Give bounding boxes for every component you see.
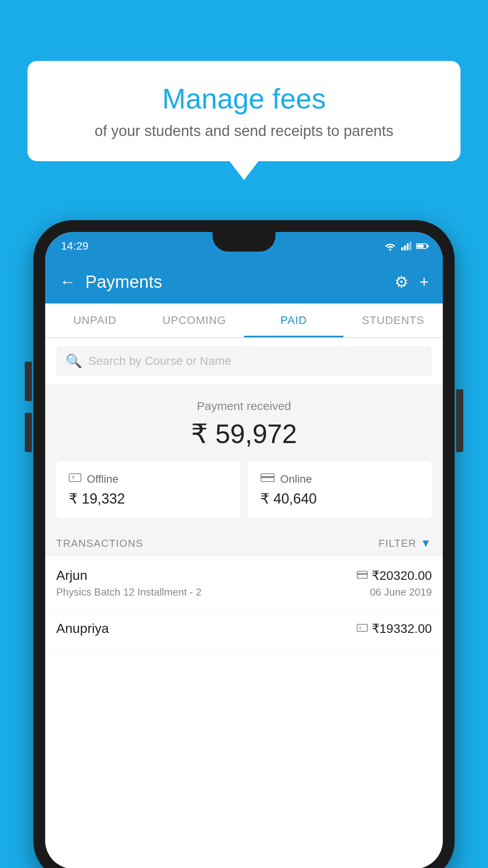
svg-text:₹: ₹ bbox=[72, 475, 75, 481]
side-btn-volume-down bbox=[25, 413, 32, 452]
svg-rect-1 bbox=[69, 474, 81, 482]
svg-rect-4 bbox=[261, 476, 274, 478]
online-label: Online bbox=[280, 473, 312, 485]
tab-upcoming[interactable]: UPCOMING bbox=[145, 303, 244, 337]
tab-students[interactable]: STUDENTS bbox=[343, 303, 443, 337]
payment-received-label: Payment received bbox=[45, 399, 443, 413]
payment-cards-row: ₹ Offline ₹ 19,332 Online bbox=[45, 461, 443, 530]
search-icon: 🔍 bbox=[66, 353, 82, 369]
tab-unpaid[interactable]: UNPAID bbox=[45, 303, 145, 337]
search-container: 🔍 Search by Course or Name bbox=[45, 338, 443, 384]
app-bar-icons: ⚙ + bbox=[394, 273, 429, 291]
transaction-amount-row-1: ₹20320.00 bbox=[357, 568, 432, 583]
transaction-amount-1: ₹20320.00 bbox=[372, 568, 432, 583]
transaction-amount-2: ₹19332.00 bbox=[372, 621, 432, 636]
online-amount: ₹ 40,640 bbox=[261, 491, 419, 507]
transaction-offline-icon-2: ₹ bbox=[357, 622, 368, 635]
transactions-label: TRANSACTIONS bbox=[56, 537, 143, 550]
phone-frame: 14:29 bbox=[33, 220, 455, 868]
status-time: 14:29 bbox=[61, 240, 88, 252]
transaction-online-icon-1 bbox=[357, 569, 368, 582]
side-btn-volume-up bbox=[25, 362, 32, 401]
bubble-title: Manage fees bbox=[51, 83, 437, 115]
online-card: Online ₹ 40,640 bbox=[248, 461, 432, 518]
transaction-date-1: 06 June 2019 bbox=[370, 586, 432, 598]
transaction-desc-1: Physics Batch 12 Installment - 2 bbox=[56, 586, 202, 598]
status-bar: 14:29 bbox=[45, 232, 443, 260]
payment-summary: Payment received ₹ 59,972 bbox=[45, 384, 443, 461]
add-button[interactable]: + bbox=[420, 273, 429, 291]
online-payment-icon bbox=[261, 472, 275, 486]
speech-bubble: Manage fees of your students and send re… bbox=[28, 61, 460, 161]
settings-button[interactable]: ⚙ bbox=[394, 273, 409, 291]
signal-icon bbox=[401, 242, 411, 250]
transactions-header: TRANSACTIONS FILTER ▼ bbox=[45, 530, 443, 557]
side-btn-power bbox=[456, 389, 463, 452]
offline-amount: ₹ 19,332 bbox=[69, 491, 227, 507]
offline-card: ₹ Offline ₹ 19,332 bbox=[56, 461, 240, 518]
search-bar[interactable]: 🔍 Search by Course or Name bbox=[56, 346, 432, 376]
svg-text:₹: ₹ bbox=[359, 626, 361, 631]
status-icons bbox=[384, 241, 427, 251]
transaction-top-1: Arjun ₹20320.00 bbox=[56, 568, 432, 583]
transaction-bottom-1: Physics Batch 12 Installment - 2 06 June… bbox=[56, 586, 432, 598]
tabs: UNPAID UPCOMING PAID STUDENTS bbox=[45, 303, 443, 338]
battery-icon bbox=[416, 243, 427, 249]
phone-notch bbox=[213, 232, 275, 252]
filter-label: FILTER bbox=[378, 537, 416, 550]
speech-bubble-container: Manage fees of your students and send re… bbox=[28, 61, 460, 161]
back-button[interactable]: ← bbox=[59, 272, 76, 291]
transaction-name-2: Anupriya bbox=[56, 621, 109, 636]
filter-button[interactable]: FILTER ▼ bbox=[378, 537, 432, 550]
svg-point-0 bbox=[389, 249, 391, 251]
filter-icon: ▼ bbox=[420, 537, 432, 550]
phone-screen: 14:29 bbox=[45, 232, 443, 868]
offline-payment-icon: ₹ bbox=[69, 472, 81, 486]
offline-label: Offline bbox=[87, 473, 118, 485]
svg-rect-6 bbox=[357, 573, 367, 575]
wifi-icon bbox=[384, 241, 396, 251]
app-bar-title: Payments bbox=[85, 272, 385, 292]
app-bar: ← Payments ⚙ + bbox=[45, 260, 443, 303]
transaction-row[interactable]: Arjun ₹20320.00 Physics Batch 12 Install… bbox=[45, 557, 443, 610]
transaction-row-2[interactable]: Anupriya ₹ ₹19332.00 bbox=[45, 610, 443, 651]
tab-paid[interactable]: PAID bbox=[244, 303, 343, 337]
online-card-header: Online bbox=[261, 472, 419, 486]
transaction-amount-row-2: ₹ ₹19332.00 bbox=[357, 621, 432, 636]
offline-card-header: ₹ Offline bbox=[69, 472, 227, 486]
transaction-top-2: Anupriya ₹ ₹19332.00 bbox=[56, 621, 432, 636]
payment-total-amount: ₹ 59,972 bbox=[45, 418, 443, 449]
transactions-list: Arjun ₹20320.00 Physics Batch 12 Install… bbox=[45, 557, 443, 868]
transaction-name-1: Arjun bbox=[56, 568, 87, 583]
bubble-subtitle: of your students and send receipts to pa… bbox=[51, 123, 437, 140]
search-input[interactable]: Search by Course or Name bbox=[88, 354, 231, 368]
